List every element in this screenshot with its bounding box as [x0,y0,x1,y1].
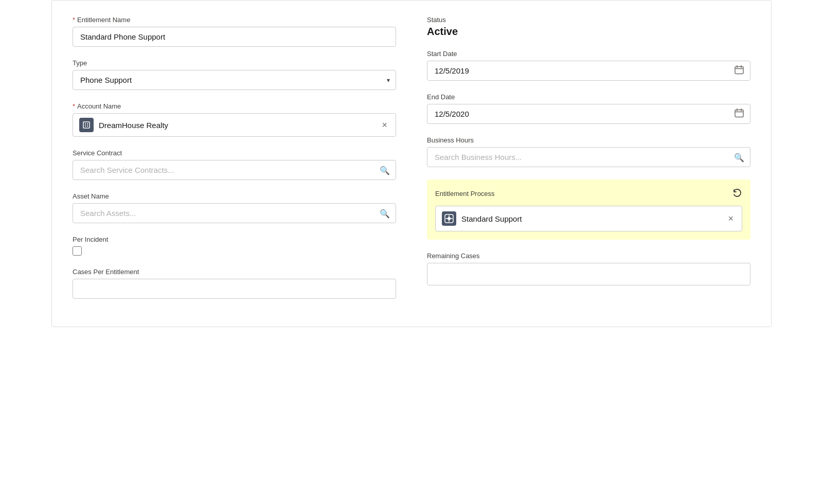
status-group: Status Active [427,16,750,38]
business-hours-input[interactable] [427,147,750,167]
type-select-wrapper: Phone Support Web Support Email Support … [73,70,396,90]
remaining-cases-label: Remaining Cases [427,252,750,260]
start-date-wrapper [427,61,750,81]
account-clear-button[interactable]: × [380,120,389,130]
per-incident-label: Per Incident [73,236,396,243]
account-name-value: DreamHouse Realty [99,121,380,130]
type-label: Type [73,59,396,67]
business-hours-group: Business Hours 🔍 [427,136,750,167]
type-select[interactable]: Phone Support Web Support Email Support [73,70,396,90]
required-star: * [73,16,75,24]
remaining-cases-group: Remaining Cases [427,252,750,285]
entitlement-process-undo-button[interactable] [732,188,742,200]
asset-name-wrapper: 🔍 [73,203,396,223]
end-date-label: End Date [427,93,750,101]
service-contract-label: Service Contract [73,149,396,157]
end-date-wrapper [427,104,750,124]
start-date-group: Start Date [427,50,750,81]
left-column: *Entitlement Name Type Phone Support Web… [73,16,396,311]
service-contract-group: Service Contract 🔍 [73,149,396,180]
svg-rect-4 [87,125,88,127]
entitlement-process-header: Entitlement Process [435,188,742,200]
service-contract-input[interactable] [73,160,396,180]
status-value: Active [427,26,750,38]
entitlement-name-label: *Entitlement Name [73,16,396,24]
per-incident-group: Per Incident [73,236,396,256]
account-field[interactable]: DreamHouse Realty × [73,113,396,137]
account-icon [79,118,94,132]
cases-per-entitlement-group: Cases Per Entitlement [73,268,396,299]
entitlement-process-label: Entitlement Process [435,190,495,197]
svg-rect-0 [83,122,90,128]
entitlement-name-group: *Entitlement Name [73,16,396,47]
form-grid: *Entitlement Name Type Phone Support Web… [73,16,750,311]
right-column: Status Active Start Date [427,16,750,311]
cases-per-entitlement-label: Cases Per Entitlement [73,268,396,276]
per-incident-checkbox[interactable] [73,246,82,256]
svg-rect-3 [85,125,86,127]
account-name-group: *Account Name DreamHouse Realty × [73,102,396,137]
asset-name-group: Asset Name 🔍 [73,192,396,223]
end-date-input[interactable] [427,104,750,124]
start-date-input[interactable] [427,61,750,81]
per-incident-checkbox-wrapper [73,246,396,256]
asset-name-input[interactable] [73,203,396,223]
business-hours-label: Business Hours [427,136,750,144]
business-hours-wrapper: 🔍 [427,147,750,167]
cases-per-entitlement-input[interactable] [73,279,396,299]
status-label: Status [427,16,750,24]
end-date-group: End Date [427,93,750,124]
remaining-cases-input[interactable] [427,263,750,285]
entitlement-process-clear-button[interactable]: × [726,214,736,223]
start-date-label: Start Date [427,50,750,58]
process-icon-svg [444,214,454,223]
undo-icon [732,188,742,198]
entitlement-process-field[interactable]: Standard Support × [435,206,742,231]
svg-rect-1 [85,123,86,124]
asset-name-label: Asset Name [73,192,396,200]
process-icon [442,211,456,226]
required-star-account: * [73,102,75,110]
entitlement-process-section: Entitlement Process [427,179,750,240]
account-name-label: *Account Name [73,102,396,110]
svg-point-14 [448,217,451,220]
building-icon [82,121,91,129]
entitlement-process-value: Standard Support [461,214,726,223]
type-group: Type Phone Support Web Support Email Sup… [73,59,396,90]
service-contract-wrapper: 🔍 [73,160,396,180]
svg-rect-2 [87,123,88,124]
entitlement-form: *Entitlement Name Type Phone Support Web… [51,0,772,327]
entitlement-name-input[interactable] [73,27,396,47]
